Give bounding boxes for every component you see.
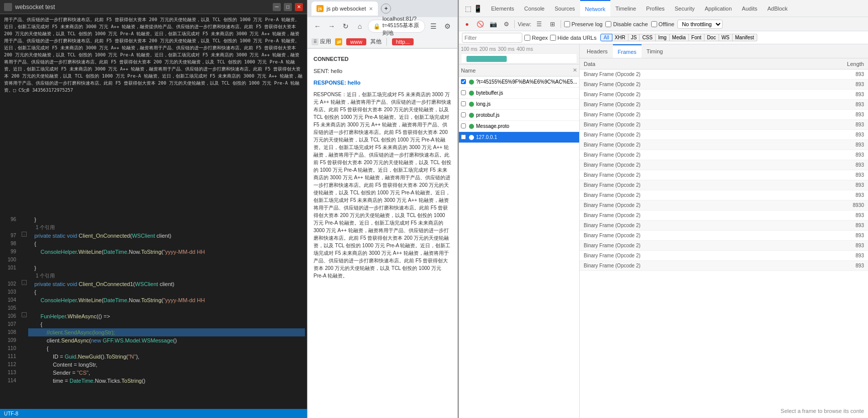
maximize-button[interactable]: □: [284, 3, 292, 11]
frame-row-11[interactable]: Binary Frame (Opcode 2) 893: [580, 180, 868, 190]
filter-ws[interactable]: WS: [719, 34, 733, 41]
bookmark-red[interactable]: www: [346, 38, 366, 45]
ws-sent-label: SENT: hello: [313, 67, 451, 76]
code-editor[interactable]: 96 } 1 个引用 97 - private static void Clie…: [0, 216, 307, 409]
tab-elements[interactable]: Elements: [486, 0, 519, 17]
frame-row-6[interactable]: Binary Frame (Opcode 2) 893: [580, 130, 868, 140]
frame-row-4[interactable]: Binary Frame (Opcode 2) 893: [580, 110, 868, 120]
frame-row-1[interactable]: Binary Frame (Opcode 2) 893: [580, 80, 868, 90]
tab-application[interactable]: Application: [700, 0, 737, 17]
apps-icon: ⠿: [311, 38, 319, 45]
net-row-3[interactable]: protobuf.js: [459, 110, 579, 121]
frame-row-19[interactable]: Binary Frame (Opcode 2) 893: [580, 261, 868, 271]
frame-row-16[interactable]: Binary Frame (Opcode 2) 893: [580, 231, 868, 241]
disable-cache-checkbox[interactable]: Disable cache: [605, 21, 648, 27]
code-ref-2: 1 个引用: [0, 272, 307, 280]
regex-checkbox[interactable]: Regex: [524, 35, 548, 41]
filter-css[interactable]: CSS: [640, 34, 656, 41]
frame-row-7[interactable]: Binary Frame (Opcode 2) 893: [580, 140, 868, 150]
window-controls[interactable]: ─ □ ✕: [273, 3, 303, 11]
close-button[interactable]: ✕: [295, 3, 303, 11]
frame-row-13[interactable]: Binary Frame (Opcode 2) 8930: [580, 200, 868, 211]
bookmarks-apps[interactable]: ⠿ 应用: [311, 38, 331, 45]
url-text: localhost:81/?t=45155基本原则地: [382, 16, 420, 37]
net-row-4[interactable]: Message.proto: [459, 121, 579, 132]
frame-row-14[interactable]: Binary Frame (Opcode 2) 893: [580, 211, 868, 221]
bookmark-other[interactable]: 其他: [370, 38, 381, 45]
tab-network[interactable]: Network: [580, 0, 610, 17]
frame-row-2[interactable]: Binary Frame (Opcode 2) 893: [580, 90, 868, 100]
devtools-mobile-icon[interactable]: 📱: [474, 5, 482, 13]
frame-row-0[interactable]: Binary Frame (Opcode 2) 893: [580, 69, 868, 80]
bookmarks-bar: ⠿ 应用 📁 www 其他 http...: [307, 35, 457, 48]
frame-row-9[interactable]: Binary Frame (Opcode 2) 893: [580, 160, 868, 170]
filter-all[interactable]: All: [600, 34, 612, 41]
tab-close-button[interactable]: ✕: [369, 6, 373, 12]
title-bar: websocket test ─ □ ✕: [0, 0, 307, 14]
tab-adblock[interactable]: AdBlock: [762, 0, 793, 17]
tab-security[interactable]: Security: [670, 0, 700, 17]
filter-manifest[interactable]: Manifest: [733, 34, 757, 41]
filter-img[interactable]: Img: [656, 34, 670, 41]
filter-media[interactable]: Media: [670, 34, 689, 41]
regex-label: Regex: [532, 35, 548, 41]
folder-icon: 📁: [335, 38, 342, 45]
hide-data-urls-checkbox[interactable]: Hide data URLs: [550, 35, 597, 41]
frame-row-3[interactable]: Binary Frame (Opcode 2) 893: [580, 100, 868, 110]
filter-font[interactable]: Font: [689, 34, 704, 41]
camera-button[interactable]: 📷: [488, 19, 498, 29]
close-panel-button[interactable]: ✕: [573, 67, 577, 74]
list-view-button[interactable]: ☰: [534, 19, 544, 29]
filter-input[interactable]: [462, 33, 522, 43]
tab-console[interactable]: Console: [519, 0, 549, 17]
tab-headers[interactable]: Headers: [582, 44, 613, 58]
clear-button[interactable]: 🚫: [475, 19, 485, 29]
home-button[interactable]: ⌂: [354, 20, 366, 32]
frame-row-10[interactable]: Binary Frame (Opcode 2) 893: [580, 170, 868, 180]
tab-timeline[interactable]: Timeline: [610, 0, 641, 17]
tab-frames[interactable]: Frames: [613, 44, 642, 58]
extensions-button[interactable]: ⚙: [441, 20, 453, 32]
bookmark-folder[interactable]: 📁: [335, 38, 342, 45]
browser-tab[interactable]: js js pb websocket ✕: [311, 2, 378, 16]
offline-checkbox[interactable]: Offline: [651, 21, 675, 27]
grid-view-button[interactable]: ⊞: [547, 19, 558, 29]
frame-row-8[interactable]: Binary Frame (Opcode 2) 893: [580, 150, 868, 160]
filter-js[interactable]: JS: [628, 34, 640, 41]
frame-row-18[interactable]: Binary Frame (Opcode 2) 893: [580, 251, 868, 261]
tab-title: js pb websocket: [327, 6, 366, 12]
devtools-cursor-icon[interactable]: ⬚: [465, 5, 471, 13]
nav-bar: ← → ↻ ⌂ 🔒 localhost:81/?t=45155基本原则地 ☰ ⚙: [307, 17, 457, 35]
bookmark-custom[interactable]: http...: [392, 38, 414, 45]
settings-button[interactable]: ☰: [427, 20, 439, 32]
tab-sources[interactable]: Sources: [549, 0, 580, 17]
net-row-2[interactable]: long.js: [459, 99, 579, 110]
net-row-0[interactable]: ?t=45155%E5%9F%BA%E6%9C%AC%E5...: [459, 77, 579, 88]
frame-row-5[interactable]: Binary Frame (Opcode 2) 893: [580, 120, 868, 130]
record-button[interactable]: ●: [462, 19, 472, 29]
net-row-1[interactable]: bytebuffer.js: [459, 88, 579, 99]
ws-response-label: RESPONSE: hello: [313, 79, 451, 88]
forward-button[interactable]: →: [326, 20, 338, 32]
back-button[interactable]: ←: [311, 20, 324, 32]
code-line-108: 108 //client.SendAsync(longStr);: [0, 328, 307, 336]
tab-timing[interactable]: Timing: [642, 44, 668, 58]
frame-row-17[interactable]: Binary Frame (Opcode 2) 893: [580, 241, 868, 251]
filter-doc[interactable]: Doc: [704, 34, 719, 41]
data-column-header: Data: [584, 61, 834, 67]
throttling-select[interactable]: No throttling: [677, 20, 723, 29]
tab-profiles[interactable]: Profiles: [641, 0, 670, 17]
status-dot-2: [469, 102, 474, 107]
devtools-panel: ⬚ 📱 Elements Console Sources Network Tim…: [458, 0, 868, 418]
url-bar[interactable]: 🔒 localhost:81/?t=45155基本原则地: [368, 20, 425, 33]
frame-row-15[interactable]: Binary Frame (Opcode 2) 893: [580, 221, 868, 231]
minimize-button[interactable]: ─: [273, 3, 281, 11]
preserve-log-checkbox[interactable]: Preserve log: [564, 21, 603, 27]
filter-xhr[interactable]: XHR: [612, 34, 628, 41]
new-tab-button[interactable]: +: [381, 4, 391, 14]
filter-toggle-button[interactable]: ⚙: [501, 19, 511, 29]
reload-button[interactable]: ↻: [340, 20, 352, 32]
net-row-5[interactable]: 127.0.0.1: [459, 132, 579, 143]
frame-row-12[interactable]: Binary Frame (Opcode 2) 893: [580, 190, 868, 200]
tab-audits[interactable]: Audits: [737, 0, 762, 17]
